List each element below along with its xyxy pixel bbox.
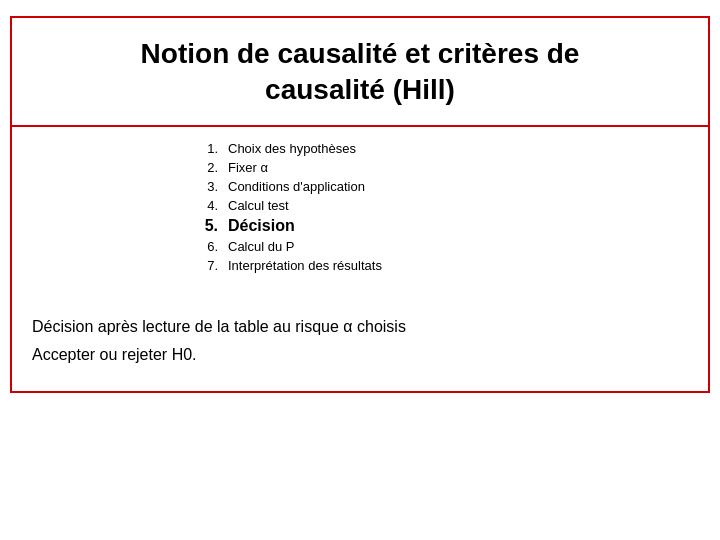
step-item-2: 2.Fixer α xyxy=(200,160,520,175)
step-label-1: Choix des hypothèses xyxy=(228,141,356,156)
steps-list-area: 1.Choix des hypothèses2.Fixer α3.Conditi… xyxy=(32,141,688,293)
step-number-5: 5. xyxy=(200,217,218,235)
step-item-4: 4.Calcul test xyxy=(200,198,520,213)
step-item-6: 6.Calcul du P xyxy=(200,239,520,254)
title-section: Notion de causalité et critères de causa… xyxy=(12,18,708,127)
title-line2: causalité (Hill) xyxy=(265,74,455,105)
content-section: 1.Choix des hypothèses2.Fixer α3.Conditi… xyxy=(12,127,708,307)
step-number-2: 2. xyxy=(200,160,218,175)
steps-list: 1.Choix des hypothèses2.Fixer α3.Conditi… xyxy=(200,141,520,293)
step-number-3: 3. xyxy=(200,179,218,194)
bottom-section: Décision après lecture de la table au ri… xyxy=(12,307,708,391)
step-item-5: 5.Décision xyxy=(200,217,520,235)
step-number-1: 1. xyxy=(200,141,218,156)
step-number-7: 7. xyxy=(200,258,218,273)
step-label-6: Calcul du P xyxy=(228,239,294,254)
step-item-3: 3.Conditions d'application xyxy=(200,179,520,194)
step-item-1: 1.Choix des hypothèses xyxy=(200,141,520,156)
step-item-7: 7.Interprétation des résultats xyxy=(200,258,520,273)
main-card: Notion de causalité et critères de causa… xyxy=(10,16,710,393)
step-label-7: Interprétation des résultats xyxy=(228,258,382,273)
step-number-6: 6. xyxy=(200,239,218,254)
title-line1: Notion de causalité et critères de xyxy=(141,38,580,69)
step-label-3: Conditions d'application xyxy=(228,179,365,194)
step-label-2: Fixer α xyxy=(228,160,268,175)
page-title: Notion de causalité et critères de causa… xyxy=(32,36,688,109)
step-label-5: Décision xyxy=(228,217,295,235)
decision-line2: Accepter ou rejeter H0. xyxy=(32,343,688,367)
decision-line1: Décision après lecture de la table au ri… xyxy=(32,315,688,339)
step-number-4: 4. xyxy=(200,198,218,213)
step-label-4: Calcul test xyxy=(228,198,289,213)
